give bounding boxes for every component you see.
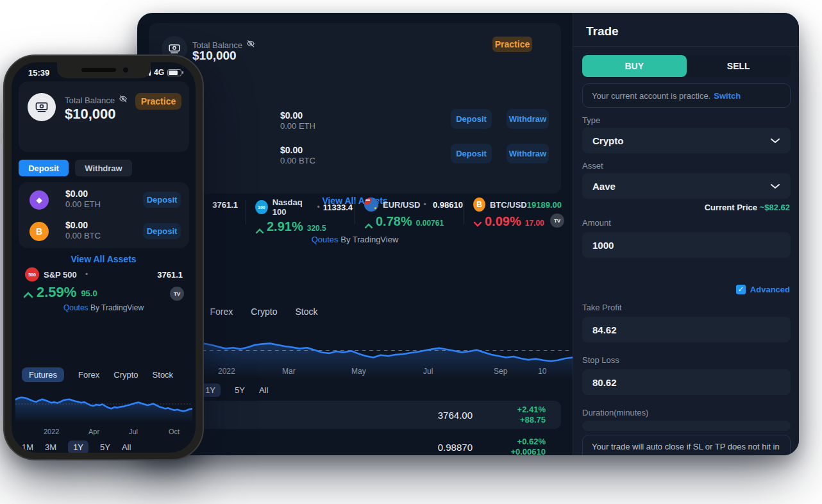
ticker-delta: 0.00761 xyxy=(416,219,444,229)
withdraw-button[interactable]: Withdraw xyxy=(507,144,549,164)
screenshot-stage: Total Balance $10,000 Practice $0.00 0.0… xyxy=(0,0,822,504)
current-price-value: ~$82.62 xyxy=(760,203,790,212)
deposit-button[interactable]: Deposit xyxy=(19,160,69,176)
phone-notch xyxy=(57,62,151,78)
asset-value: Aave xyxy=(592,181,616,192)
assets-card: ◆ $0.00 0.00 ETH Deposit B $0.00 0.00 BT… xyxy=(19,182,189,248)
tradingview-icon[interactable]: TV xyxy=(550,214,564,228)
asset-coin-amount: 0.00 ETH xyxy=(280,121,315,131)
switch-account-link[interactable]: Switch xyxy=(714,91,741,101)
ticker-symbol: BTC/USD xyxy=(490,200,527,210)
x-tick: Mar xyxy=(282,367,296,376)
asset-coin-amount: 0.00 BTC xyxy=(280,156,315,165)
tab-stock[interactable]: Stock xyxy=(296,307,318,317)
balance-card: Total Balance $10,000 Practice xyxy=(19,81,189,152)
view-all-assets-link[interactable]: View All Assets xyxy=(12,254,196,264)
deposit-button[interactable]: Deposit xyxy=(451,109,492,129)
type-value: Crypto xyxy=(592,135,623,146)
range-selector: 1M 3M 1Y 5Y All xyxy=(22,441,131,453)
range-3m[interactable]: 3M xyxy=(45,442,56,452)
ticker-divider xyxy=(246,200,246,224)
quotes-link[interactable]: Qoutes xyxy=(63,303,88,312)
tab-stock[interactable]: Stock xyxy=(153,370,174,380)
range-1y[interactable]: 1Y xyxy=(68,441,88,453)
ticker-percent: 2.59% xyxy=(37,284,76,301)
current-price: Current Price ~$82.62 xyxy=(705,203,790,212)
ticker-price: 3761.1 xyxy=(157,270,183,280)
sp500-icon: 500 xyxy=(25,267,39,281)
duration-input[interactable] xyxy=(582,421,791,431)
ticker-separator: • xyxy=(85,270,88,279)
asset-usd-value: $0.00 xyxy=(65,220,88,230)
ticker-divider xyxy=(355,200,355,224)
tab-crypto[interactable]: Crypto xyxy=(113,370,138,380)
chevron-down-icon xyxy=(770,138,780,144)
take-profit-input[interactable]: 84.62 xyxy=(582,317,791,342)
ticker-symbol: EUR/USD xyxy=(383,200,421,210)
practice-account-notice: Your current account is practice. Switch xyxy=(582,83,791,108)
type-label: Type xyxy=(582,115,600,125)
phone-screen: 15:39 4G Total Balance xyxy=(12,62,196,453)
tab-forex[interactable]: Forex xyxy=(78,370,99,380)
row-change: +0.62%+0.00610 xyxy=(510,437,546,455)
watchlist-row[interactable]: 0.98870 +0.62%+0.00610 xyxy=(149,433,561,455)
asset-select[interactable]: Aave xyxy=(582,173,791,199)
row-change: +2.41%+88.75 xyxy=(517,405,546,425)
advanced-toggle[interactable]: ✓ Advanced xyxy=(736,285,790,294)
speaker-icon xyxy=(81,68,116,72)
asset-usd-value: $0.00 xyxy=(65,189,88,199)
range-all[interactable]: All xyxy=(259,385,268,395)
status-time: 15:39 xyxy=(28,68,49,78)
tab-crypto[interactable]: Crypto xyxy=(251,307,277,317)
deposit-button[interactable]: Deposit xyxy=(451,144,492,164)
tradingview-icon[interactable]: TV xyxy=(170,287,184,301)
buy-sell-toggle: BUY SELL xyxy=(582,55,791,77)
quotes-attribution: Qoutes By TradingView xyxy=(12,303,196,312)
advanced-checkbox[interactable]: ✓ xyxy=(736,285,746,294)
watchlist-row[interactable]: 3764.00 +2.41%+88.75 xyxy=(149,401,561,429)
tab-futures[interactable]: Futures xyxy=(22,367,64,382)
x-tick: May xyxy=(351,367,366,376)
row-price: 3764.00 xyxy=(438,410,473,421)
deposit-button[interactable]: Deposit xyxy=(143,223,181,239)
trade-panel: Trade BUY SELL Your current account is p… xyxy=(573,13,799,455)
btc-icon: B xyxy=(29,222,49,241)
range-5y[interactable]: 5Y xyxy=(100,442,110,452)
ticker-eurusd[interactable]: EUR/USD • 0.98610 0.78% 0.00761 xyxy=(360,197,467,229)
withdraw-button[interactable]: Withdraw xyxy=(75,160,132,176)
ticker-price: 0.98610 xyxy=(433,200,463,210)
ticker-percent: 0.78% xyxy=(376,214,412,229)
divider xyxy=(573,46,799,47)
ticker-separator: • xyxy=(317,203,320,212)
x-tick: 2022 xyxy=(218,367,235,376)
stop-loss-input[interactable]: 80.62 xyxy=(582,369,791,395)
attribution-rest: By TradingView xyxy=(90,303,144,312)
deposit-button[interactable]: Deposit xyxy=(143,192,181,208)
x-tick: 10 xyxy=(538,367,546,376)
range-5y[interactable]: 5Y xyxy=(235,385,245,395)
ticker-delta: 95.0 xyxy=(81,289,97,301)
performance-line-chart xyxy=(15,387,192,423)
type-select[interactable]: Crypto xyxy=(582,128,791,153)
total-balance-label: Total Balance xyxy=(65,96,115,105)
balance-amount: $10,000 xyxy=(65,106,116,122)
chevron-up-icon xyxy=(255,228,264,234)
range-1m[interactable]: 1M xyxy=(22,442,33,452)
asset-coin-amount: 0.00 BTC xyxy=(65,231,101,240)
ticker-nasdaq[interactable]: 100 Nasdaq 100 • 11333.4 2.91% 320.5 xyxy=(251,197,356,234)
buy-button[interactable]: BUY xyxy=(582,55,687,77)
ticker-percent: 2.91% xyxy=(267,219,303,234)
network-type: 4G xyxy=(154,68,164,77)
cash-icon xyxy=(28,93,56,121)
chevron-up-icon xyxy=(364,223,373,229)
quotes-link[interactable]: Qoutes xyxy=(312,235,339,244)
tab-forex[interactable]: Forex xyxy=(210,307,233,317)
sell-button[interactable]: SELL xyxy=(687,55,791,77)
eye-off-icon[interactable] xyxy=(119,94,128,106)
x-tick: Jul xyxy=(423,367,433,376)
withdraw-button[interactable]: Withdraw xyxy=(507,109,549,129)
range-all[interactable]: All xyxy=(122,442,131,452)
eye-off-icon[interactable] xyxy=(246,39,255,51)
eth-icon: ◆ xyxy=(29,190,49,210)
amount-input[interactable]: 1000 xyxy=(582,232,791,258)
